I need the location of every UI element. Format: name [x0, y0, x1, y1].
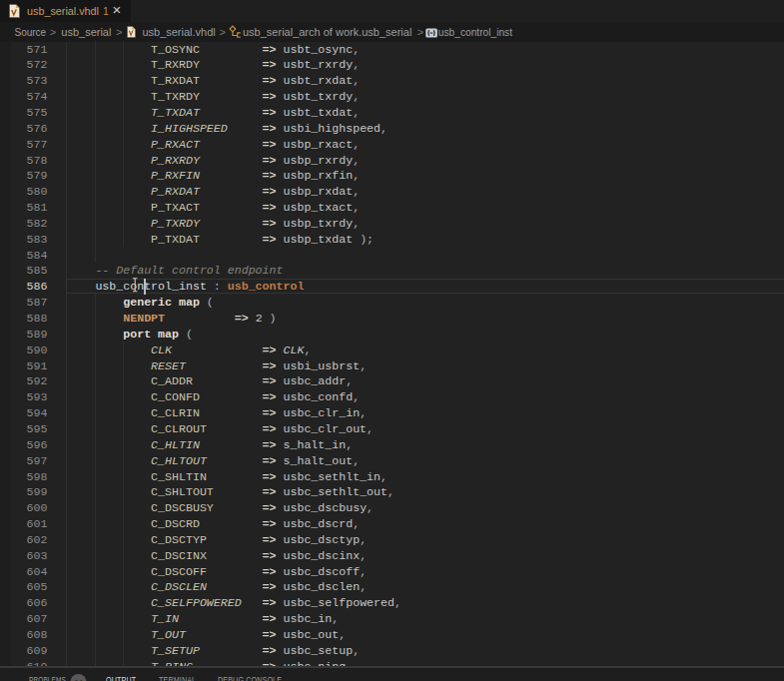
svg-text:64: 64	[74, 677, 82, 681]
